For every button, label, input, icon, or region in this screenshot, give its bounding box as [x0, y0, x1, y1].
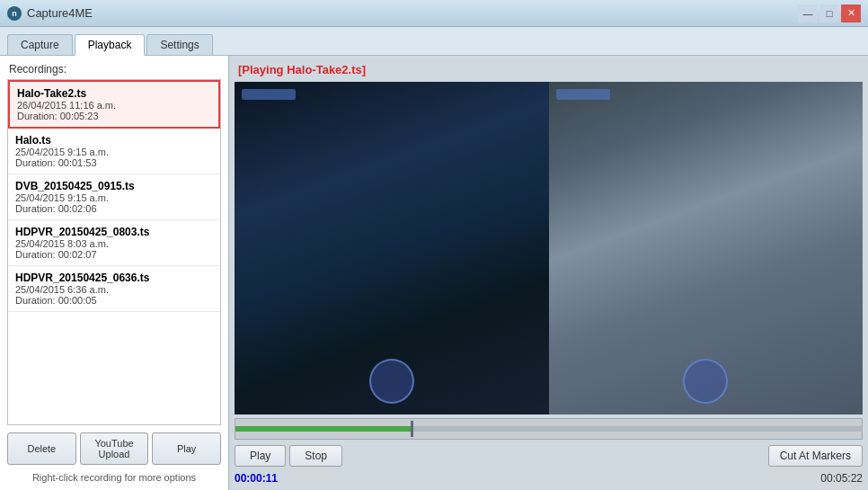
recordings-label: Recordings:: [0, 56, 228, 79]
tab-settings[interactable]: Settings: [146, 34, 212, 55]
tab-capture[interactable]: Capture: [7, 34, 73, 55]
title-bar: n Capture4ME — □ ✕: [0, 0, 868, 27]
close-button[interactable]: ✕: [841, 4, 861, 22]
timeline-area[interactable]: [235, 418, 863, 440]
right-panel: [Playing Halo-Take2.ts] Play Stop: [229, 56, 868, 490]
tab-playback[interactable]: Playback: [75, 34, 146, 56]
stop-button[interactable]: Stop: [289, 445, 342, 467]
rec-date: 26/04/2015 11:16 a.m.: [17, 100, 211, 111]
rec-duration: Duration: 00:00:05: [15, 295, 213, 306]
app-icon: n: [7, 6, 22, 21]
recording-item[interactable]: HDPVR_20150425_0636.ts 25/04/2015 6:36 a…: [8, 266, 220, 312]
youtube-upload-button[interactable]: YouTube Upload: [80, 432, 149, 465]
rec-name: HDPVR_20150425_0803.ts: [15, 226, 213, 238]
rec-name: Halo-Take2.ts: [17, 87, 211, 100]
left-buttons: Delete YouTube Upload Play: [0, 425, 228, 472]
window-title: Capture4ME: [27, 6, 93, 20]
rec-duration: Duration: 00:01:53: [15, 157, 213, 168]
rec-duration: Duration: 00:02:06: [15, 203, 213, 214]
main-content: Recordings: Halo-Take2.ts 26/04/2015 11:…: [0, 56, 868, 490]
video-frame-right: [549, 82, 864, 414]
rec-date: 25/04/2015 9:15 a.m.: [15, 147, 213, 157]
hud-bottom-left: [369, 359, 414, 404]
timeline-progress: [235, 426, 411, 432]
hint-text: Right-click recording for more options: [0, 472, 228, 490]
cut-at-markers-button[interactable]: Cut At Markers: [768, 445, 863, 467]
rec-date: 25/04/2015 9:15 a.m.: [15, 192, 213, 203]
time-current: 00:00:11: [235, 472, 278, 485]
maximize-button[interactable]: □: [819, 4, 839, 22]
title-controls: — □ ✕: [798, 4, 861, 22]
play-recording-button[interactable]: Play: [152, 432, 221, 465]
title-bar-left: n Capture4ME: [7, 6, 93, 21]
rec-name: HDPVR_20150425_0636.ts: [15, 272, 213, 284]
rec-name: DVB_20150425_0915.ts: [15, 180, 213, 192]
tabs-bar: Capture Playback Settings: [0, 27, 868, 56]
playing-label: [Playing Halo-Take2.ts]: [229, 56, 868, 82]
rec-date: 25/04/2015 8:03 a.m.: [15, 238, 213, 249]
hud-bottom-right: [683, 359, 728, 404]
recordings-list: Halo-Take2.ts 26/04/2015 11:16 a.m. Dura…: [7, 79, 221, 425]
play-button[interactable]: Play: [235, 445, 286, 467]
recording-item[interactable]: HDPVR_20150425_0803.ts 25/04/2015 8:03 a…: [8, 220, 220, 266]
recording-item[interactable]: DVB_20150425_0915.ts 25/04/2015 9:15 a.m…: [8, 174, 220, 220]
time-row: 00:00:11 00:05:22: [229, 470, 868, 490]
rec-name: Halo.ts: [15, 134, 213, 147]
recording-item[interactable]: Halo-Take2.ts 26/04/2015 11:16 a.m. Dura…: [8, 80, 220, 129]
recording-item[interactable]: Halo.ts 25/04/2015 9:15 a.m. Duration: 0…: [8, 129, 220, 174]
rec-duration: Duration: 00:05:23: [17, 111, 211, 121]
rec-date: 25/04/2015 6:36 a.m.: [15, 284, 213, 295]
video-area: [235, 82, 863, 414]
time-total: 00:05:22: [820, 472, 863, 485]
video-thumbnails: [235, 82, 863, 414]
hud-overlay-left: [242, 89, 296, 100]
rec-duration: Duration: 00:02:07: [15, 249, 213, 260]
left-panel: Recordings: Halo-Take2.ts 26/04/2015 11:…: [0, 56, 229, 490]
video-frame-left: [235, 82, 549, 414]
delete-button[interactable]: Delete: [7, 432, 76, 465]
playback-controls: Play Stop Cut At Markers: [229, 441, 868, 470]
minimize-button[interactable]: —: [798, 4, 818, 22]
hud-overlay-right: [556, 89, 610, 100]
timeline-marker: [411, 421, 413, 437]
